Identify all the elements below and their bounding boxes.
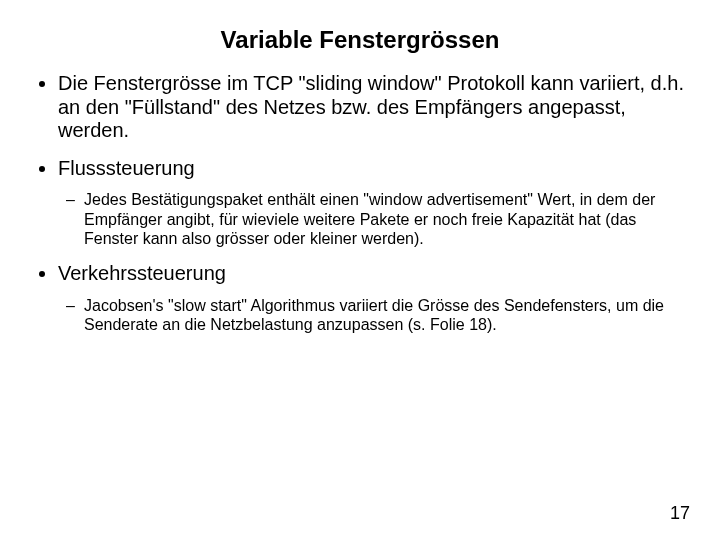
sub-bullet-list: Jedes Bestätigungspaket enthält einen "w… [58,190,692,248]
slide: Variable Fenstergrössen Die Fenstergröss… [0,0,720,540]
bullet-text: Flusssteuerung [58,157,195,179]
sub-bullet-list: Jacobsen's "slow start" Algorithmus vari… [58,296,692,334]
page-number: 17 [670,503,690,524]
sub-bullet-item: Jacobsen's "slow start" Algorithmus vari… [84,296,692,334]
bullet-text: Verkehrssteuerung [58,262,226,284]
slide-title: Variable Fenstergrössen [28,26,692,54]
sub-bullet-text: Jacobsen's "slow start" Algorithmus vari… [84,297,664,333]
bullet-text: Die Fenstergrösse im TCP "sliding window… [58,72,684,141]
sub-bullet-text: Jedes Bestätigungspaket enthält einen "w… [84,191,655,246]
bullet-item: Verkehrssteuerung Jacobsen's "slow start… [58,262,692,334]
sub-bullet-item: Jedes Bestätigungspaket enthält einen "w… [84,190,692,248]
bullet-list: Die Fenstergrösse im TCP "sliding window… [28,72,692,334]
bullet-item: Die Fenstergrösse im TCP "sliding window… [58,72,692,143]
bullet-item: Flusssteuerung Jedes Bestätigungspaket e… [58,157,692,248]
